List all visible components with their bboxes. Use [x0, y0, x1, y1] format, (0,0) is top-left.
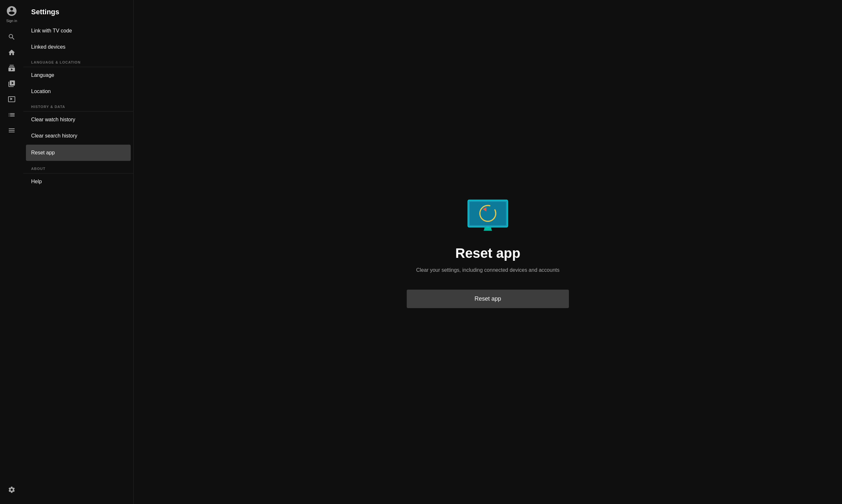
search-nav-icon[interactable] — [5, 31, 18, 43]
video-nav-icon[interactable] — [5, 93, 18, 106]
menu-item-link-tv[interactable]: Link with TV code — [23, 23, 133, 39]
svg-rect-6 — [489, 227, 491, 230]
menu-item-clear-watch[interactable]: Clear watch history — [23, 112, 133, 128]
reset-description: Clear your settings, including connected… — [416, 266, 559, 274]
menu-nav-icon[interactable] — [5, 124, 18, 137]
avatar-section[interactable]: Sign in — [6, 5, 18, 23]
section-header-language-location: LANGUAGE & LOCATION — [23, 55, 133, 67]
reset-panel: Reset app Clear your settings, including… — [391, 183, 585, 321]
main-content: Reset app Clear your settings, including… — [133, 0, 842, 504]
tv-illustration — [465, 196, 510, 235]
menu-item-linked-devices[interactable]: Linked devices — [23, 39, 133, 55]
menu-item-help[interactable]: Help — [23, 174, 133, 190]
playlist-nav-icon[interactable] — [5, 108, 18, 121]
settings-menu: Link with TV code Linked devices LANGUAG… — [23, 23, 133, 190]
reset-title: Reset app — [455, 246, 521, 261]
section-header-history-data: HISTORY & DATA — [23, 100, 133, 112]
section-header-about: ABOUT — [23, 162, 133, 174]
settings-sidebar: Settings Link with TV code Linked device… — [23, 0, 133, 504]
menu-item-clear-search[interactable]: Clear search history — [23, 128, 133, 144]
icon-bar: Sign in — [0, 0, 23, 504]
avatar[interactable] — [6, 5, 18, 18]
sign-in-label: Sign in — [6, 19, 17, 23]
menu-item-location[interactable]: Location — [23, 83, 133, 100]
settings-nav-icon[interactable] — [5, 483, 18, 496]
reset-app-button[interactable]: Reset app — [407, 290, 569, 308]
menu-item-language[interactable]: Language — [23, 67, 133, 83]
settings-title: Settings — [23, 0, 133, 23]
library-nav-icon[interactable] — [5, 77, 18, 90]
svg-rect-5 — [485, 227, 486, 230]
menu-item-reset-app[interactable]: Reset app — [26, 145, 131, 161]
subscriptions-nav-icon[interactable] — [5, 61, 18, 75]
home-nav-icon[interactable] — [5, 46, 18, 59]
